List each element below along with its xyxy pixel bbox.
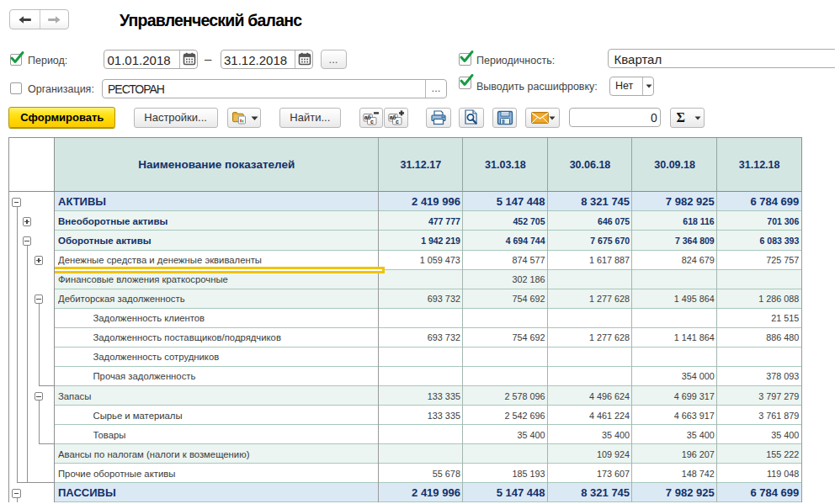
- svg-text:с: с: [396, 118, 399, 124]
- svg-text:с: с: [370, 118, 374, 124]
